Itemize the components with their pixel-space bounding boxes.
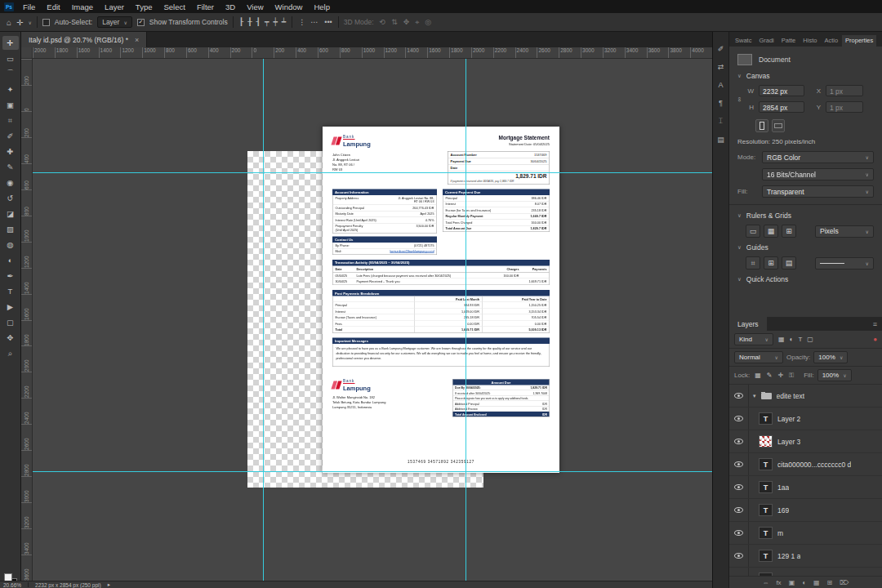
layer-action-icon[interactable]: fx xyxy=(776,579,781,586)
photoshop-app-icon[interactable]: Ps xyxy=(4,2,14,11)
layer-filter-kind-dropdown[interactable]: Kind ∨ xyxy=(734,333,773,345)
tab-properties[interactable]: Properties xyxy=(842,35,876,47)
layer-action-icon[interactable]: ⌦ xyxy=(840,579,849,586)
mode3d-button[interactable]: ◎ xyxy=(424,18,432,27)
align-button[interactable]: ┠ xyxy=(238,18,244,26)
collapsed-panel-icon[interactable]: A xyxy=(718,81,723,89)
layer-row[interactable]: T m xyxy=(729,522,882,545)
guide-toggle-icon[interactable]: ⌗ xyxy=(746,256,760,270)
quick-actions-section-header[interactable]: ∨ Quick Actions xyxy=(737,275,874,283)
ruler-units-dropdown[interactable]: Pixels ∨ xyxy=(815,225,874,238)
visibility-eye-icon[interactable] xyxy=(734,484,743,490)
menu-item[interactable]: View xyxy=(241,2,269,11)
ruler-grid-toggle-icon[interactable]: ⊞ xyxy=(782,225,796,238)
align-button[interactable]: ╂ xyxy=(247,18,252,26)
blend-mode-dropdown[interactable]: Normal ∨ xyxy=(734,351,783,363)
layer-row[interactable]: T Layer 2 xyxy=(729,408,882,430)
rulers-grids-section-header[interactable]: ∨ Rulers & Grids xyxy=(737,212,874,220)
layer-filter-icon[interactable]: T xyxy=(796,336,804,343)
horizontal-guide[interactable] xyxy=(33,172,712,173)
layer-action-icon[interactable]: ◐ xyxy=(802,579,806,586)
guides-section-header[interactable]: ∨ Guides xyxy=(737,243,874,252)
tool-button[interactable]: ▶ xyxy=(2,300,19,314)
layer-row[interactable]: ▾ edite text xyxy=(729,385,882,408)
tool-button[interactable]: T xyxy=(2,284,19,298)
layer-action-icon[interactable]: ▦ xyxy=(813,579,820,586)
panel-menu-icon[interactable]: ≡ xyxy=(873,317,882,331)
portrait-orientation-button[interactable] xyxy=(755,119,768,132)
tool-button[interactable]: ✥ xyxy=(2,331,19,345)
layer-name[interactable]: edite text xyxy=(777,392,805,400)
layer-row[interactable]: T 129 1 a xyxy=(729,545,882,568)
filter-toggle-led-icon[interactable]: ● xyxy=(873,336,877,343)
tool-button[interactable]: ⌗ xyxy=(2,114,19,127)
canvas-height-field[interactable]: 2854 px xyxy=(759,101,804,113)
canvas-y-field[interactable]: 1 px xyxy=(826,101,863,113)
layer-row[interactable]: Layer 3 xyxy=(729,430,882,453)
visibility-eye-icon[interactable] xyxy=(734,461,743,467)
tool-button[interactable]: ◍ xyxy=(2,238,19,252)
tab-layers[interactable]: Layers xyxy=(729,317,767,331)
layer-filter-icon[interactable]: ◐ xyxy=(788,336,795,343)
vertical-ruler[interactable]: 2000200400600800100012001400160018002000… xyxy=(21,59,33,581)
tool-button[interactable]: ▣ xyxy=(2,98,19,112)
home-icon[interactable]: ⌂ xyxy=(7,18,11,27)
zoom-level[interactable]: 20.66% xyxy=(3,582,21,588)
tool-button[interactable]: ✦ xyxy=(2,82,19,96)
visibility-eye-icon[interactable] xyxy=(734,553,743,559)
layer-name[interactable]: 169 xyxy=(777,506,789,514)
panel-tab[interactable]: Gradi xyxy=(755,35,777,47)
move-tool-icon[interactable]: ✛ xyxy=(16,18,23,27)
document-tab[interactable]: Italy id.psd @ 20.7% (RGB/16) * × xyxy=(21,32,147,47)
ruler-origin-corner[interactable] xyxy=(21,47,33,58)
layer-action-icon[interactable]: ⇔ xyxy=(762,579,768,586)
auto-select-dropdown[interactable]: Layer ∨ xyxy=(97,16,132,28)
menu-item[interactable]: Help xyxy=(308,2,336,11)
show-transform-checkbox[interactable]: ✓ xyxy=(137,19,145,26)
bit-depth-dropdown[interactable]: 16 Bits/Channel ∨ xyxy=(762,168,874,180)
menu-item[interactable]: File xyxy=(17,2,41,11)
mode3d-button[interactable]: ⇅ xyxy=(390,18,399,27)
lock-toggle-icon[interactable]: ✛ xyxy=(776,372,785,380)
fill-dropdown[interactable]: 100% ∨ xyxy=(817,369,852,381)
collapsed-panel-icon[interactable]: ¶ xyxy=(719,99,723,107)
layer-action-icon[interactable]: ⊞ xyxy=(827,579,833,586)
guide-style-dropdown[interactable]: ∨ xyxy=(815,257,874,270)
tool-button[interactable]: ✐ xyxy=(2,129,19,143)
collapsed-panel-icon[interactable]: ⇄ xyxy=(718,63,724,71)
tool-button[interactable]: ⌒ xyxy=(2,67,19,81)
align-button[interactable]: ┨ xyxy=(256,18,261,26)
lock-toggle-icon[interactable]: ⚿ xyxy=(787,372,795,380)
distribute-button[interactable]: ⋯ xyxy=(310,18,318,26)
layer-name[interactable]: m xyxy=(777,529,783,537)
visibility-eye-icon[interactable] xyxy=(734,507,743,513)
tool-button[interactable]: ▨ xyxy=(2,222,19,236)
menu-item[interactable]: Select xyxy=(158,2,190,11)
mode3d-button[interactable]: ⟲ xyxy=(379,18,387,27)
menu-item[interactable]: Layer xyxy=(99,2,130,11)
guide-toggle-icon[interactable]: ▤ xyxy=(782,256,796,270)
canvas-x-field[interactable]: 1 px xyxy=(826,85,863,96)
align-button[interactable]: ┷ xyxy=(281,18,287,26)
mode3d-button[interactable]: ⌖ xyxy=(414,18,420,27)
ruler-grid-toggle-icon[interactable]: ▭ xyxy=(746,225,760,238)
tool-button[interactable]: ▭ xyxy=(2,51,19,65)
tool-button[interactable]: ↺ xyxy=(2,191,19,205)
guide-toggle-icon[interactable]: ⊞ xyxy=(764,256,778,270)
layer-filter-icon[interactable]: ▢ xyxy=(805,336,815,343)
layer-row[interactable]: T 169 xyxy=(729,499,882,522)
menu-item[interactable]: Image xyxy=(66,2,99,11)
panel-tab[interactable]: Swatc xyxy=(732,35,755,47)
canvas-width-field[interactable]: 2232 px xyxy=(759,85,804,96)
menu-item[interactable]: Window xyxy=(270,2,309,11)
lock-toggle-icon[interactable]: ✎ xyxy=(765,372,774,380)
mode3d-button[interactable]: ✥ xyxy=(403,18,411,27)
link-dimensions-icon[interactable]: ∞ xyxy=(736,97,743,102)
layer-action-icon[interactable]: ▣ xyxy=(789,579,795,586)
landscape-orientation-button[interactable] xyxy=(772,119,785,132)
color-mode-dropdown[interactable]: RGB Color ∨ xyxy=(762,151,874,163)
collapsed-panel-icon[interactable]: ⌶ xyxy=(719,117,723,126)
tool-button[interactable]: ▢ xyxy=(2,315,19,329)
lock-toggle-icon[interactable]: ▦ xyxy=(753,372,763,380)
more-options-icon[interactable]: ••• xyxy=(323,18,332,26)
